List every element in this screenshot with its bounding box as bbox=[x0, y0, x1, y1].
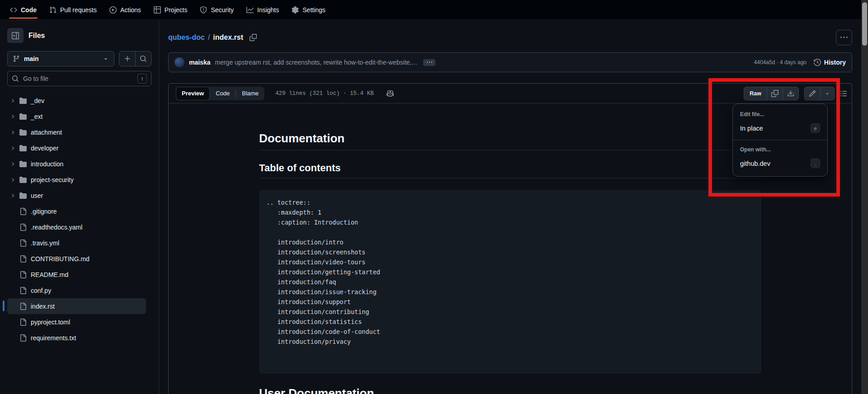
nav-item-code[interactable]: Code bbox=[5, 0, 42, 19]
tree-folder-project-security[interactable]: project-security bbox=[7, 172, 146, 188]
tree-file-.readthedocs.yaml[interactable]: .readthedocs.yaml bbox=[7, 219, 146, 235]
file-icon bbox=[19, 224, 27, 231]
download-button[interactable] bbox=[783, 87, 798, 100]
file-icon bbox=[19, 271, 27, 278]
chevron-right-icon bbox=[10, 130, 15, 135]
commit-details-button[interactable] bbox=[423, 59, 435, 66]
copy-path-button[interactable] bbox=[250, 34, 257, 41]
raw-button-group: Raw bbox=[744, 87, 799, 100]
tree-actions-group bbox=[119, 51, 151, 66]
nav-item-label: Security bbox=[211, 6, 234, 14]
nav-item-insights[interactable]: Insights bbox=[241, 0, 284, 19]
chevron-right-icon bbox=[10, 177, 15, 183]
folder-icon bbox=[19, 176, 27, 183]
raw-button[interactable]: Raw bbox=[744, 87, 767, 100]
copy-raw-button[interactable] bbox=[767, 87, 783, 100]
nav-item-label: Actions bbox=[120, 6, 141, 14]
chevron-right-icon bbox=[10, 161, 15, 167]
add-file-button[interactable] bbox=[119, 52, 135, 66]
nav-item-settings[interactable]: Settings bbox=[286, 0, 331, 19]
search-this-repo-button[interactable] bbox=[135, 52, 151, 66]
chevron-right-icon bbox=[10, 98, 15, 103]
copilot-icon-button[interactable] bbox=[387, 90, 394, 97]
tree-file-index.rst[interactable]: index.rst bbox=[7, 298, 146, 314]
tree-folder-developer[interactable]: developer bbox=[7, 140, 146, 156]
edit-file-button[interactable] bbox=[805, 87, 820, 100]
copilot-icon bbox=[387, 90, 394, 97]
commit-hash-and-time[interactable]: 4404a5d · 4 days ago bbox=[754, 59, 807, 66]
nav-item-actions[interactable]: Actions bbox=[104, 0, 146, 19]
tree-file-CONTRIBUTING.md[interactable]: CONTRIBUTING.md bbox=[7, 251, 146, 267]
tree-item-label: introduction bbox=[31, 160, 63, 168]
tree-item-label: .readthedocs.yaml bbox=[31, 224, 82, 231]
view-mode-tabs: PreviewCodeBlame bbox=[176, 87, 264, 100]
page-scrollbar[interactable] bbox=[861, 0, 868, 394]
repo-nav: CodePull requestsActionsProjectsSecurity… bbox=[0, 0, 868, 20]
tree-folder-introduction[interactable]: introduction bbox=[7, 156, 146, 172]
folder-icon bbox=[19, 145, 27, 152]
edit-dropdown-button[interactable] bbox=[820, 87, 834, 100]
chevron-right-icon bbox=[10, 193, 15, 198]
breadcrumb-row: qubes-doc / index.rst bbox=[168, 30, 852, 45]
nav-item-label: Settings bbox=[302, 6, 326, 14]
table-icon bbox=[154, 6, 161, 14]
tab-blame[interactable]: Blame bbox=[236, 87, 264, 100]
menu-item-github-dev[interactable]: github.dev . bbox=[733, 155, 827, 172]
nav-item-security[interactable]: Security bbox=[194, 0, 239, 19]
tree-item-label: index.rst bbox=[31, 303, 55, 310]
commit-message[interactable]: merge upstream rst, add screenshots, rew… bbox=[215, 59, 418, 66]
tree-file-.travis.yml[interactable]: .travis.yml bbox=[7, 235, 146, 251]
go-to-file-input[interactable]: Go to file t bbox=[7, 71, 151, 86]
pull-request-icon bbox=[49, 6, 57, 14]
menu-item-in-place[interactable]: In place e bbox=[733, 120, 827, 136]
tree-folder-user[interactable]: user bbox=[7, 188, 146, 203]
list-icon bbox=[840, 90, 847, 97]
caret-down-icon bbox=[103, 56, 109, 62]
tree-folder-attachment[interactable]: attachment bbox=[7, 124, 146, 140]
page-options-button[interactable] bbox=[836, 30, 852, 45]
branch-selector[interactable]: main bbox=[7, 51, 114, 66]
menu-item-label: github.dev bbox=[740, 160, 770, 167]
file-icon bbox=[19, 319, 27, 326]
gear-icon bbox=[292, 6, 299, 14]
file-icon bbox=[19, 239, 27, 247]
branch-icon bbox=[13, 55, 20, 62]
tree-item-label: CONTRIBUTING.md bbox=[31, 255, 90, 263]
doc-heading-user-documentation: User Documentation bbox=[259, 386, 761, 394]
tab-code[interactable]: Code bbox=[210, 87, 236, 100]
nav-item-label: Insights bbox=[257, 6, 279, 14]
edit-button-group bbox=[804, 87, 835, 100]
nav-item-label: Projects bbox=[165, 6, 188, 14]
tree-file-pyproject.toml[interactable]: pyproject.toml bbox=[7, 314, 146, 330]
nav-item-projects[interactable]: Projects bbox=[148, 0, 193, 19]
nav-item-pull-requests[interactable]: Pull requests bbox=[44, 0, 102, 19]
edit-dropdown-menu: Edit file... In place e Open with... git… bbox=[732, 103, 828, 177]
tree-file-conf.py[interactable]: conf.py bbox=[7, 282, 146, 298]
collapse-file-tree-button[interactable] bbox=[7, 28, 24, 43]
file-icon bbox=[19, 287, 27, 294]
tree-file-requirements.txt[interactable]: requirements.txt bbox=[7, 330, 146, 346]
shortcut-e: e bbox=[811, 123, 820, 133]
breadcrumb-repo-link[interactable]: qubes-doc bbox=[168, 33, 205, 42]
tree-file-.gitignore[interactable]: .gitignore bbox=[7, 203, 146, 219]
scrollbar-thumb[interactable] bbox=[862, 2, 867, 46]
main-content: qubes-doc / index.rst maiska merge upstr… bbox=[159, 20, 861, 394]
symbols-panel-button[interactable] bbox=[840, 90, 847, 97]
download-icon bbox=[787, 90, 794, 97]
avatar[interactable] bbox=[175, 57, 184, 67]
commit-author[interactable]: maiska bbox=[189, 59, 210, 66]
tab-preview[interactable]: Preview bbox=[176, 87, 210, 100]
tree-item-label: .gitignore bbox=[31, 208, 57, 215]
chevron-right-icon bbox=[10, 145, 15, 151]
tree-folder-_ext[interactable]: _ext bbox=[7, 108, 146, 124]
tree-item-label: project-security bbox=[31, 176, 74, 183]
tree-file-README.md[interactable]: README.md bbox=[7, 267, 146, 282]
page-body: Files main Go to file t _dev_extattachme… bbox=[0, 20, 861, 394]
history-button[interactable]: History bbox=[814, 59, 846, 66]
history-label: History bbox=[824, 59, 846, 66]
tree-folder-_dev[interactable]: _dev bbox=[7, 93, 146, 108]
tree-item-label: README.md bbox=[31, 271, 68, 278]
menu-divider bbox=[733, 140, 827, 140]
commit-meta-group: 4404a5d · 4 days ago History bbox=[754, 59, 846, 66]
kebab-icon bbox=[840, 34, 848, 41]
